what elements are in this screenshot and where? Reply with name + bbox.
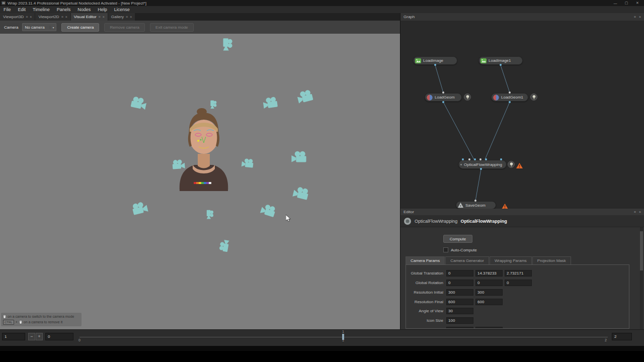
window-close-icon[interactable]: ✕	[632, 0, 643, 6]
close-icon[interactable]: ×	[65, 15, 67, 19]
tick-label: 1	[342, 338, 344, 342]
menu-item-license[interactable]: License	[111, 6, 133, 13]
camera-gizmo[interactable]	[295, 88, 315, 105]
hamburger-icon[interactable]: ≡	[634, 15, 636, 19]
wrapping-icon	[460, 161, 462, 168]
input-port[interactable]	[509, 92, 511, 94]
param-input[interactable]	[446, 280, 473, 286]
maximize-icon[interactable]: ▢	[621, 0, 632, 6]
tab-camera-params[interactable]: Camera Params	[406, 256, 445, 264]
camera-gizmo[interactable]	[291, 185, 311, 202]
param-input[interactable]	[475, 289, 503, 296]
editor-tabs: Camera Params Camera Generator Wrapping …	[406, 256, 572, 264]
auto-compute-checkbox[interactable]	[443, 247, 448, 252]
menu-item-nodes[interactable]: Nodes	[74, 6, 94, 13]
frame-increment-button[interactable]: +	[36, 333, 43, 340]
tab-viewport2d[interactable]: Viewport2D ≡ ×	[35, 13, 70, 21]
editor-scrollbar[interactable]	[640, 227, 643, 329]
camera-gizmo[interactable]	[218, 238, 230, 253]
camera-select[interactable]: No camera ▾	[22, 23, 56, 31]
node-graph[interactable]: LoadImage LoadImage1 LoadGeom LoadGeom1 …	[400, 21, 644, 209]
tab-visual-editor[interactable]: Visual Editor ≡ ×	[71, 13, 108, 21]
node-connections	[400, 21, 644, 209]
remove-camera-button: Remove camera	[104, 23, 145, 32]
input-port[interactable]	[474, 200, 476, 202]
mouse-icon	[3, 314, 6, 319]
param-input[interactable]	[475, 270, 503, 277]
hamburger-icon[interactable]: ≡	[634, 210, 636, 214]
param-input[interactable]	[475, 327, 503, 329]
input-port[interactable]	[474, 158, 476, 160]
output-port[interactable]	[480, 168, 482, 170]
visual-editor-viewport[interactable]: on a camera to switch to the camera mode…	[0, 34, 400, 329]
camera-gizmo[interactable]	[129, 96, 149, 112]
input-port[interactable]	[462, 158, 464, 160]
camera-gizmo[interactable]	[130, 200, 150, 217]
param-input[interactable]	[505, 270, 532, 277]
param-input[interactable]	[446, 317, 473, 324]
visibility-bulb-icon[interactable]	[464, 94, 471, 101]
range-start-input[interactable]	[45, 333, 73, 340]
camera-gizmo[interactable]	[206, 209, 213, 220]
menu-item-timeline[interactable]: Timeline	[29, 6, 53, 13]
node-label: LoadImage	[423, 58, 443, 63]
tab-wrapping-params[interactable]: Wrapping Params	[490, 256, 532, 264]
tab-camera-generator[interactable]: Camera Generator	[445, 256, 489, 264]
node-savegeom[interactable]: SaveGeom	[456, 201, 496, 209]
application-window: W Wrap 2023.11.4 Professional Perpetual …	[0, 0, 644, 362]
visibility-bulb-icon[interactable]	[508, 161, 515, 168]
input-port[interactable]	[442, 92, 444, 94]
menu-item-file[interactable]: File	[0, 6, 15, 13]
param-input[interactable]	[475, 280, 503, 286]
node-opticalflowwrapping[interactable]: OpticalFlowWrapping	[458, 160, 507, 169]
menu-item-help[interactable]: Help	[94, 6, 111, 13]
scrollbar-thumb[interactable]	[640, 231, 643, 270]
hamburger-icon[interactable]: ≡	[26, 15, 28, 19]
menu-item-panels[interactable]: Panels	[53, 6, 74, 13]
close-icon[interactable]: ×	[639, 210, 641, 214]
param-input[interactable]	[446, 299, 473, 305]
input-port[interactable]	[468, 158, 470, 160]
camera-gizmo[interactable]	[240, 158, 255, 169]
visibility-bulb-icon[interactable]	[530, 94, 537, 101]
tab-gallery[interactable]: Gallery ≡ ×	[108, 13, 135, 21]
output-port[interactable]	[434, 64, 436, 66]
compute-button[interactable]: Compute	[443, 235, 472, 243]
output-port[interactable]	[509, 101, 511, 103]
camera-gizmo[interactable]	[261, 96, 280, 110]
param-input[interactable]	[446, 308, 473, 314]
hamburger-icon[interactable]: ≡	[61, 15, 63, 19]
range-end-input[interactable]	[612, 333, 632, 340]
close-icon[interactable]: ×	[103, 15, 105, 19]
param-input[interactable]	[446, 289, 473, 296]
minimize-icon[interactable]: —	[610, 0, 621, 6]
param-input[interactable]	[505, 280, 532, 286]
node-loadgeom1[interactable]: LoadGeom1	[491, 93, 528, 102]
input-port[interactable]	[479, 158, 481, 160]
param-input[interactable]	[446, 327, 473, 329]
input-port[interactable]	[500, 158, 502, 160]
tab-viewport3d[interactable]: Viewport3D ≡ ×	[0, 13, 35, 21]
frame-decrement-button[interactable]: −	[28, 333, 35, 340]
hint-text: on a camera to remove it	[24, 319, 62, 325]
output-port[interactable]	[442, 101, 444, 103]
hamburger-icon[interactable]: ≡	[99, 15, 101, 19]
node-loadgeom[interactable]: LoadGeom	[425, 93, 462, 102]
close-icon[interactable]: ×	[30, 15, 32, 19]
camera-gizmo[interactable]	[258, 202, 278, 219]
close-icon[interactable]: ×	[639, 15, 641, 19]
menu-item-edit[interactable]: Edit	[15, 6, 30, 13]
camera-gizmo[interactable]	[290, 151, 308, 163]
camera-gizmo[interactable]	[222, 37, 233, 52]
param-input[interactable]	[475, 299, 503, 305]
scan-model[interactable]	[169, 107, 239, 193]
close-icon[interactable]: ×	[130, 15, 132, 19]
param-input[interactable]	[446, 270, 473, 277]
node-label: LoadGeom	[435, 95, 455, 100]
input-port[interactable]	[485, 158, 487, 160]
frame-input[interactable]	[2, 333, 25, 340]
create-camera-button[interactable]: Create camera	[61, 23, 99, 32]
output-port[interactable]	[500, 64, 502, 66]
hamburger-icon[interactable]: ≡	[126, 15, 128, 19]
tab-projection-mask[interactable]: Projection Mask	[532, 256, 571, 264]
